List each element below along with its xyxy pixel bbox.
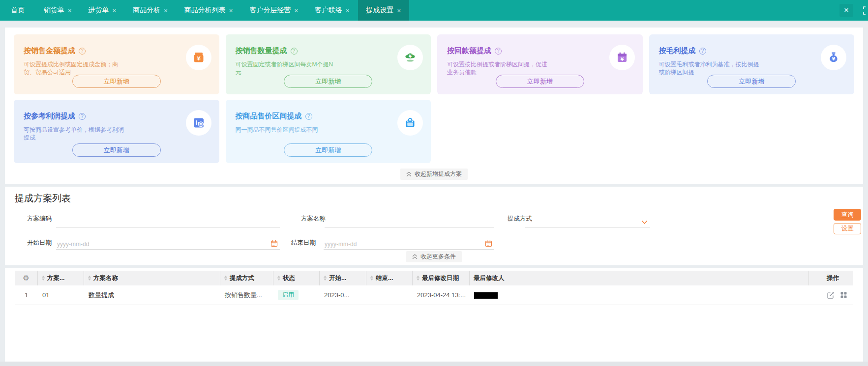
- sort-icon[interactable]: [370, 276, 373, 281]
- add-now-button[interactable]: 立即新增: [72, 143, 161, 157]
- start-date-label: 开始日期: [27, 239, 52, 247]
- card-title: 按销售数量提成: [236, 46, 287, 56]
- nav-actions: ×: [839, 0, 868, 21]
- help-icon[interactable]: ?: [291, 48, 298, 55]
- svg-text:¥: ¥: [197, 56, 201, 62]
- column-modified-by[interactable]: 最后修改人: [470, 271, 809, 285]
- help-icon[interactable]: ?: [79, 113, 86, 120]
- calendar-icon[interactable]: [485, 240, 492, 249]
- column-end-date[interactable]: 结束...: [366, 271, 413, 285]
- sort-icon[interactable]: [324, 276, 327, 281]
- scheme-name-link[interactable]: 数量提成: [89, 291, 114, 299]
- help-icon[interactable]: ?: [699, 48, 706, 55]
- tab-label: 提成设置: [366, 6, 394, 15]
- chevron-double-up-icon: [412, 254, 418, 259]
- row-scheme-code: 01: [38, 291, 84, 299]
- svg-text:¥: ¥: [832, 56, 836, 61]
- end-date-input[interactable]: [324, 239, 494, 250]
- chevron-down-icon[interactable]: [641, 219, 648, 226]
- tab-close-icon[interactable]: ×: [397, 7, 401, 14]
- gold-ingot-icon: ¥: [397, 45, 423, 70]
- money-bag-icon: ¥: [821, 45, 846, 70]
- tab-commission-settings[interactable]: 提成设置 ×: [358, 0, 410, 21]
- add-now-button[interactable]: 立即新增: [284, 143, 372, 157]
- apps-grid-icon[interactable]: [840, 291, 847, 299]
- gear-icon[interactable]: ⚙: [23, 274, 29, 282]
- card-title: 按毛利提成: [659, 46, 696, 56]
- card-reference-profit-commission: 按参考利润提成 ? 可按商品设置参考单价，根据参考利润提成 ¥ 立即新增: [14, 100, 219, 163]
- card-sales-amount-commission: 按销售金额提成 ? 可设置提成比例或固定提成金额；商贸、贸易公司适用 ¥ 立即新…: [14, 34, 219, 94]
- card-title: 按商品售价区间提成: [236, 112, 302, 121]
- close-icon[interactable]: ×: [839, 4, 853, 17]
- add-now-button[interactable]: 立即新增: [496, 75, 584, 88]
- tab-home[interactable]: 首页: [0, 0, 35, 21]
- card-title: 按销售金额提成: [24, 46, 75, 56]
- card-gross-profit-commission: 按毛利提成 ? 可设置毛利或者净利为基准，按比例提或阶梯区间提 ¥ 立即新增: [649, 34, 855, 94]
- tab-close-icon[interactable]: ×: [229, 7, 233, 14]
- edit-icon[interactable]: [827, 291, 835, 299]
- add-now-button[interactable]: 立即新增: [72, 75, 161, 88]
- sort-icon[interactable]: [42, 276, 45, 281]
- card-description: 可设置提成比例或固定提成金额；商贸、贸易公司适用: [24, 60, 126, 76]
- column-scheme-code[interactable]: 方案...: [38, 271, 84, 285]
- help-icon[interactable]: ?: [495, 48, 502, 55]
- sort-icon[interactable]: [417, 276, 419, 281]
- column-settings-header[interactable]: ⚙: [15, 271, 38, 285]
- tab-label: 客户联络: [315, 6, 342, 15]
- sort-icon[interactable]: [88, 276, 91, 281]
- tab-customer-contact[interactable]: 客户联络 ×: [306, 0, 358, 21]
- main-content: 按销售金额提成 ? 可设置提成比例或固定提成金额；商贸、贸易公司适用 ¥ 立即新…: [0, 21, 868, 364]
- column-start-date[interactable]: 开始...: [320, 271, 366, 285]
- fullscreen-icon[interactable]: [863, 6, 868, 15]
- sort-icon[interactable]: [224, 276, 227, 281]
- scheme-code-input[interactable]: [56, 216, 280, 227]
- collapse-more-filters-button[interactable]: 收起更多条件: [406, 251, 462, 262]
- sort-icon[interactable]: [277, 276, 280, 281]
- row-commission-method: 按销售数量...: [220, 291, 273, 300]
- column-modified-date[interactable]: 最后修改日期: [413, 271, 470, 285]
- tab-label: 商品分析: [133, 6, 160, 15]
- open-tabs: 首页 销货单 × 进货单 × 商品分析 × 商品分析列表 × 客户分层经营 × …: [0, 0, 409, 21]
- horizontal-scrollbar[interactable]: [0, 362, 868, 366]
- tab-label: 商品分析列表: [184, 6, 226, 15]
- table-header: ⚙ 方案... 方案名称 提成方式 状态 开始...: [15, 271, 853, 285]
- add-now-button[interactable]: 立即新增: [707, 75, 796, 88]
- tab-product-analysis[interactable]: 商品分析 ×: [124, 0, 176, 21]
- tab-close-icon[interactable]: ×: [164, 7, 168, 14]
- row-modified-date: 2023-04-24 13:...: [413, 291, 470, 299]
- tab-label: 首页: [11, 6, 25, 15]
- tab-close-icon[interactable]: ×: [294, 7, 298, 14]
- table-row: 1 01 数量提成 按销售数量... 启用 2023-0... 2023-04-…: [15, 285, 853, 305]
- collapse-new-schemes-button[interactable]: 收起新增提成方案: [400, 169, 468, 180]
- row-index: 1: [15, 291, 38, 299]
- svg-text:¥: ¥: [199, 122, 202, 126]
- column-scheme-name[interactable]: 方案名称: [84, 271, 220, 285]
- start-date-input[interactable]: [56, 239, 280, 250]
- tab-customer-segmentation[interactable]: 客户分层经营 ×: [241, 0, 306, 21]
- calendar-icon[interactable]: [270, 240, 278, 249]
- chevron-double-up-icon: [406, 171, 412, 177]
- commission-method-select[interactable]: [525, 216, 650, 227]
- query-button[interactable]: 查询: [834, 209, 861, 221]
- settings-button[interactable]: 设置: [834, 223, 861, 234]
- tab-purchase-order[interactable]: 进货单 ×: [80, 0, 125, 21]
- column-commission-method[interactable]: 提成方式: [220, 271, 273, 285]
- card-payment-collection-commission: 按回款额提成 ? 可设置按比例提或者阶梯区间提，促进业务员催款 ¥ 立即新增: [437, 34, 643, 94]
- tab-bar: 首页 销货单 × 进货单 × 商品分析 × 商品分析列表 × 客户分层经营 × …: [0, 0, 868, 21]
- card-title: 按回款额提成: [447, 46, 491, 56]
- help-icon[interactable]: ?: [79, 48, 86, 55]
- card-sales-quantity-commission: 按销售数量提成 ? 可设置固定或者阶梯区间每卖M个提N元 ¥ 立即新增: [226, 34, 431, 94]
- tab-sales-order[interactable]: 销货单 ×: [35, 0, 80, 21]
- help-icon[interactable]: ?: [305, 113, 312, 120]
- cards-grid: 按销售金额提成 ? 可设置提成比例或固定提成金额；商贸、贸易公司适用 ¥ 立即新…: [14, 34, 854, 163]
- tab-close-icon[interactable]: ×: [113, 7, 117, 14]
- tab-product-analysis-list[interactable]: 商品分析列表 ×: [176, 0, 241, 21]
- add-now-button[interactable]: 立即新增: [284, 75, 372, 88]
- tab-close-icon[interactable]: ×: [346, 7, 350, 14]
- tab-label: 客户分层经营: [249, 6, 291, 15]
- money-pouch-icon: ¥: [186, 45, 211, 70]
- scheme-name-input[interactable]: [325, 216, 494, 227]
- tab-close-icon[interactable]: ×: [68, 7, 72, 14]
- column-status[interactable]: 状态: [273, 271, 320, 285]
- tab-label: 进货单: [89, 6, 109, 15]
